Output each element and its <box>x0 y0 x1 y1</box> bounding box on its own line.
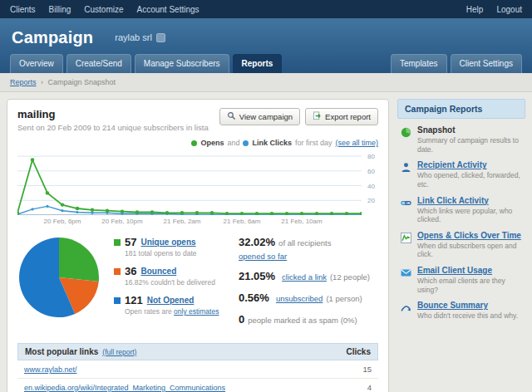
link-row: en.wikipedia.org/wiki/Integrated_Marketi… <box>17 379 378 392</box>
topbar-account-settings[interactable]: Account Settings <box>137 5 200 14</box>
breadcrumb: Reports › Campaign Snapshot <box>0 73 532 92</box>
sidebar-item-recipient-activity[interactable]: Recipient Activity Who opened, clicked, … <box>397 154 525 189</box>
unique-opens-stat: 57 Unique opens 181 total opens to date <box>114 236 232 257</box>
popular-links-table: Most popular links (full report) Clicks … <box>17 343 378 392</box>
tab-bar: Overview Create/Send Manage Subscribers … <box>0 51 532 73</box>
unsubscribed-rate-value: 0.56% <box>239 292 269 304</box>
line-chart: 20406080 20 Feb, 6pm20 Feb, 10pm21 Feb, … <box>17 150 378 228</box>
opened-rate-text: of all recipients <box>278 238 331 247</box>
bounced-value: 36 <box>125 265 136 277</box>
not-opened-stat: 121 Not Opened Open rates are only estim… <box>114 294 232 316</box>
unique-opens-link[interactable]: Unique opens <box>140 238 195 247</box>
tab-reports[interactable]: Reports <box>233 54 283 73</box>
account-name[interactable]: raylab srl <box>115 32 152 42</box>
sidebar-item-label: Recipient Activity <box>417 160 524 169</box>
stats-section: 57 Unique opens 181 total opens to date … <box>17 236 378 335</box>
sidebar-item-desc: Who opened, clicked, forwarded, etc. <box>417 171 524 189</box>
person-icon <box>401 160 412 189</box>
view-campaign-button[interactable]: View campaign <box>219 108 300 125</box>
only-estimates-link[interactable]: only estimates <box>174 307 219 316</box>
see-all-time-link[interactable]: (see all time) <box>335 139 378 147</box>
topbar-help[interactable]: Help <box>466 5 484 14</box>
sidebar-item-label: Snapshot <box>417 125 524 135</box>
chart-legend: Opens and Link Clicks for first day (see… <box>17 139 378 147</box>
sidebar-item-text: Link Click Activity Which links were pop… <box>417 196 524 224</box>
not-opened-color-swatch-icon <box>114 297 121 304</box>
sidebar-item-opens-clicks-over-time[interactable]: Opens & Clicks Over Time When did subscr… <box>397 224 525 259</box>
topbar-customize[interactable]: Customize <box>84 5 123 14</box>
rate-stats-column: 32.02% of all recipients opened so far 2… <box>239 236 378 335</box>
opened-so-far-link[interactable]: opened so far <box>239 252 287 261</box>
topbar-billing[interactable]: Billing <box>49 5 71 14</box>
campaign-snapshot-panel: mailing View campaign Export report Sent… <box>7 99 389 392</box>
sidebar-item-snapshot[interactable]: Snapshot Summary of campaign results to … <box>397 119 525 154</box>
unsubscribed-link[interactable]: unsubscribed <box>276 294 323 303</box>
line-chart-svg <box>17 150 362 215</box>
bounced-sub: 16.82% couldn't be delivered <box>125 278 232 287</box>
opens-legend-dot-icon <box>191 140 197 146</box>
spam-rate-text: people marked it as spam (0%) <box>248 316 357 325</box>
y-axis-labels: 20406080 <box>363 150 378 215</box>
header: Campaign raylab srl Overview Create/Send… <box>0 18 532 73</box>
sidebar-item-label: Bounce Summary <box>417 301 518 310</box>
tab-client-settings[interactable]: Client Settings <box>451 54 522 73</box>
export-report-label: Export report <box>325 112 371 121</box>
snapshot-icon <box>401 125 412 154</box>
bounced-color-swatch-icon <box>114 268 121 275</box>
link-row: www.raylab.net/ 15 <box>17 360 378 379</box>
chain-link-icon <box>401 196 412 224</box>
opened-rate-value: 32.02% <box>239 236 275 248</box>
popular-links-title: Most popular links <box>25 347 98 356</box>
clicks-column-header: Clicks <box>347 347 371 356</box>
link-url[interactable]: www.raylab.net/ <box>24 365 77 374</box>
clicked-a-link-link[interactable]: clicked a link <box>282 272 327 282</box>
content: mailing View campaign Export report Sent… <box>0 92 532 392</box>
tab-overview[interactable]: Overview <box>10 54 63 73</box>
export-report-button[interactable]: Export report <box>305 108 378 125</box>
not-opened-sub: Open rates are only estimates <box>125 307 232 316</box>
sidebar-item-desc: Summary of campaign results to date. <box>417 136 524 154</box>
link-clicks: 4 <box>367 383 372 392</box>
page-title: Campaign <box>12 28 93 47</box>
legend-suffix: for first day <box>295 139 332 147</box>
tab-create-send[interactable]: Create/Send <box>66 54 131 73</box>
full-report-link[interactable]: (full report) <box>102 348 136 356</box>
legend-joiner: and <box>227 139 239 147</box>
link-url[interactable]: en.wikipedia.org/wiki/Integrated_Marketi… <box>24 384 225 392</box>
not-opened-sub-text: Open rates are <box>125 307 172 316</box>
breadcrumb-reports-link[interactable]: Reports <box>10 78 37 86</box>
header-row: Campaign raylab srl <box>0 23 532 51</box>
sidebar-item-bounce-summary[interactable]: Bounce Summary Who didn't receive this a… <box>397 294 525 321</box>
clicked-rate-value: 21.05% <box>239 270 275 282</box>
sidebar-item-label: Opens & Clicks Over Time <box>417 231 524 240</box>
sidebar-item-label: Email Client Usage <box>417 266 524 275</box>
account-badge-icon[interactable] <box>156 33 165 42</box>
campaign-reports-sidebar: Campaign Reports Snapshot Summary of cam… <box>397 99 525 392</box>
sidebar-title: Campaign Reports <box>397 99 525 119</box>
sidebar-item-email-client-usage[interactable]: Email Client Usage Which email clients a… <box>397 259 525 294</box>
bounced-link[interactable]: Bounced <box>140 267 176 276</box>
breadcrumb-separator: › <box>41 78 43 86</box>
tab-templates[interactable]: Templates <box>391 54 447 73</box>
topbar-logout[interactable]: Logout <box>496 5 522 14</box>
sidebar-item-text: Recipient Activity Who opened, clicked, … <box>417 160 524 189</box>
sidebar-item-text: Bounce Summary Who didn't receive this a… <box>417 301 518 321</box>
view-campaign-label: View campaign <box>239 112 293 121</box>
popular-links-header: Most popular links (full report) Clicks <box>17 343 378 360</box>
sidebar-item-desc: Which email clients are they using? <box>417 277 524 294</box>
unsubscribed-rate-suffix: (1 person) <box>326 294 362 303</box>
opens-legend-label: Opens <box>200 139 224 147</box>
tab-manage-subscribers[interactable]: Manage Subscribers <box>135 54 229 73</box>
breadcrumb-current: Campaign Snapshot <box>48 78 116 86</box>
envelope-icon <box>401 266 412 294</box>
sidebar-item-link-click-activity[interactable]: Link Click Activity Which links were pop… <box>397 189 525 224</box>
sidebar-item-desc: Which links were popular, who clicked. <box>417 207 524 224</box>
sidebar-item-text: Snapshot Summary of campaign results to … <box>417 125 524 154</box>
clicks-legend-label: Link Clicks <box>252 139 292 147</box>
not-opened-link[interactable]: Not Opened <box>147 296 195 305</box>
unique-opens-sub: 181 total opens to date <box>125 249 232 257</box>
link-clicks: 15 <box>362 365 372 374</box>
topbar-clients[interactable]: Clients <box>10 5 36 14</box>
rate-row-unsubscribed: 0.56% unsubscribed (1 person) <box>239 292 378 304</box>
clicked-rate-suffix: (12 people) <box>330 272 370 282</box>
